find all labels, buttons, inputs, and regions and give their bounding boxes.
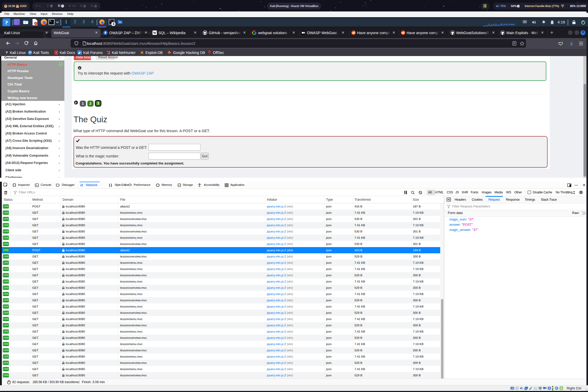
svg-text:11: 11 (29, 53, 30, 54)
svg-text:W: W (153, 31, 156, 35)
